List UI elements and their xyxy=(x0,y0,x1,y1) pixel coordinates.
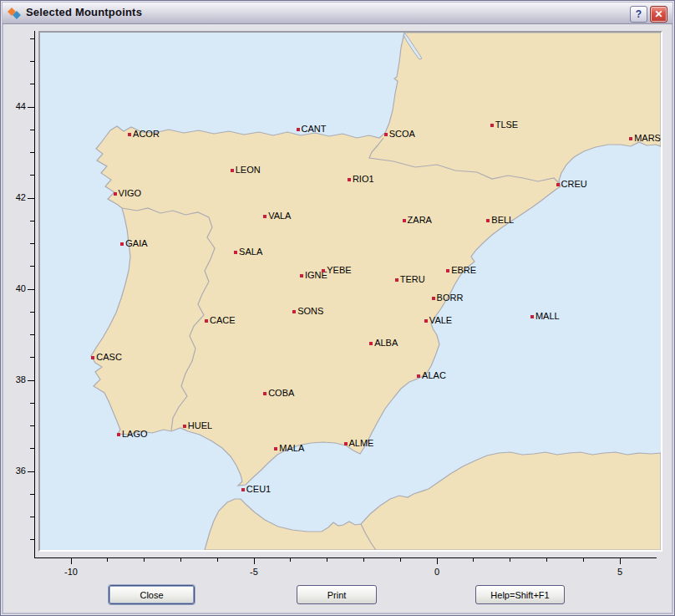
y-axis-tick xyxy=(30,517,34,517)
x-axis-tick-label: 5 xyxy=(606,567,634,577)
y-axis-tick xyxy=(30,152,34,153)
iberia-map xyxy=(40,33,661,550)
mountpoint-label-alba: ALBA xyxy=(374,338,398,348)
mountpoint-lago[interactable] xyxy=(117,433,120,436)
mountpoint-mars[interactable] xyxy=(629,137,632,140)
mountpoint-creu[interactable] xyxy=(556,183,560,186)
mountpoint-borr[interactable] xyxy=(432,297,435,300)
y-axis-tick xyxy=(30,357,34,358)
y-axis-tick xyxy=(30,243,34,244)
mountpoint-sala[interactable] xyxy=(234,251,237,254)
y-axis-major-tick xyxy=(28,471,34,472)
mountpoint-label-mall: MALL xyxy=(535,311,560,321)
mountpoint-ebre[interactable] xyxy=(446,269,449,272)
mountpoint-alba[interactable] xyxy=(369,342,373,345)
mountpoint-tlse[interactable] xyxy=(490,124,494,127)
mountpoint-vala[interactable] xyxy=(263,215,266,218)
x-axis-line xyxy=(34,557,657,558)
mountpoint-label-ceu1: CEU1 xyxy=(246,484,271,494)
mountpoint-vigo[interactable] xyxy=(114,192,117,196)
mountpoint-mall[interactable] xyxy=(530,315,534,318)
mountpoint-label-alme: ALME xyxy=(349,438,374,448)
y-axis-tick xyxy=(30,38,34,39)
x-axis-major-tick xyxy=(437,557,438,564)
mountpoint-gaia[interactable] xyxy=(120,242,124,246)
x-axis-tick xyxy=(583,557,584,562)
y-axis-tick xyxy=(30,334,34,335)
x-axis-tick xyxy=(546,557,547,562)
help-button[interactable]: Help=Shift+F1 xyxy=(475,585,565,604)
mountpoint-label-scoa: SCOA xyxy=(389,129,415,139)
y-axis-tick xyxy=(30,494,34,495)
mountpoint-sons[interactable] xyxy=(292,310,296,313)
mountpoint-label-leon: LEON xyxy=(236,165,261,175)
y-axis-tick xyxy=(30,221,34,221)
x-axis-tick xyxy=(107,557,108,562)
mountpoint-label-rio1: RIO1 xyxy=(353,174,374,184)
window-help-button[interactable]: ? xyxy=(630,6,647,23)
mountpoint-label-casc: CASC xyxy=(96,352,122,362)
mountpoint-label-vala: VALA xyxy=(268,211,291,221)
y-axis-tick xyxy=(30,130,34,130)
y-axis-tick xyxy=(30,266,34,267)
mountpoint-rio1[interactable] xyxy=(348,178,351,181)
map-panel[interactable] xyxy=(38,31,662,552)
close-button[interactable]: Close xyxy=(109,585,195,604)
mountpoint-vale[interactable] xyxy=(424,319,428,323)
y-axis-major-tick xyxy=(28,380,34,381)
x-axis-tick xyxy=(290,557,291,562)
mountpoint-cant[interactable] xyxy=(297,128,300,131)
y-axis-tick xyxy=(30,175,34,176)
x-axis-tick-label: -5 xyxy=(240,567,268,577)
x-axis-major-tick xyxy=(254,557,255,564)
mountpoint-yebe[interactable] xyxy=(322,269,325,272)
window-title: Selected Mountpoints xyxy=(26,6,142,18)
mountpoint-huel[interactable] xyxy=(183,425,186,428)
window-close-button[interactable]: ✕ xyxy=(650,6,667,23)
mountpoint-label-acor: ACOR xyxy=(133,129,160,139)
mountpoint-coba[interactable] xyxy=(263,392,266,395)
landmass-iberia-france xyxy=(91,33,661,486)
mountpoint-label-zara: ZARA xyxy=(408,215,432,225)
mountpoint-acor[interactable] xyxy=(128,133,131,136)
mountpoint-casc[interactable] xyxy=(91,356,94,359)
mountpoint-cace[interactable] xyxy=(205,319,208,323)
mountpoint-label-vale: VALE xyxy=(429,315,452,325)
mountpoint-teru[interactable] xyxy=(395,278,398,282)
y-axis-major-tick xyxy=(28,107,34,108)
mountpoint-igne[interactable] xyxy=(300,274,303,277)
landmass-north-africa xyxy=(205,452,661,550)
x-axis-tick xyxy=(400,557,401,562)
mountpoint-label-huel: HUEL xyxy=(188,420,212,430)
x-axis-tick-label: -10 xyxy=(57,567,85,577)
mountpoint-label-coba: COBA xyxy=(268,388,294,398)
y-axis-tick xyxy=(30,425,34,426)
mountpoint-alme[interactable] xyxy=(344,442,348,445)
mountpoint-mala[interactable] xyxy=(274,447,277,451)
y-axis-tick xyxy=(30,84,34,84)
x-axis-tick xyxy=(144,557,145,562)
x-axis-tick xyxy=(473,557,474,562)
mountpoint-alac[interactable] xyxy=(417,374,420,378)
y-axis-tick-label: 38 xyxy=(4,374,26,384)
x-axis-major-tick xyxy=(71,557,72,564)
y-axis-major-tick xyxy=(28,289,34,290)
app-icon xyxy=(8,6,22,20)
print-button[interactable]: Print xyxy=(297,585,377,604)
mountpoint-label-creu: CREU xyxy=(561,179,587,189)
x-axis-tick xyxy=(180,557,181,562)
x-axis-tick xyxy=(363,557,364,562)
title-bar[interactable]: Selected Mountpoints ? ✕ xyxy=(3,3,672,24)
x-axis-tick xyxy=(327,557,327,562)
x-axis-major-tick xyxy=(620,557,621,564)
mountpoint-label-mala: MALA xyxy=(279,443,304,453)
y-axis-tick xyxy=(30,403,34,404)
mountpoint-label-teru: TERU xyxy=(400,274,425,284)
mountpoint-label-gaia: GAIA xyxy=(125,238,147,248)
mountpoint-label-yebe: YEBE xyxy=(327,265,351,275)
mountpoint-bell[interactable] xyxy=(486,219,490,222)
mountpoint-ceu1[interactable] xyxy=(241,488,245,491)
mountpoint-scoa[interactable] xyxy=(384,133,388,136)
mountpoint-leon[interactable] xyxy=(231,169,234,172)
mountpoint-zara[interactable] xyxy=(403,219,406,222)
